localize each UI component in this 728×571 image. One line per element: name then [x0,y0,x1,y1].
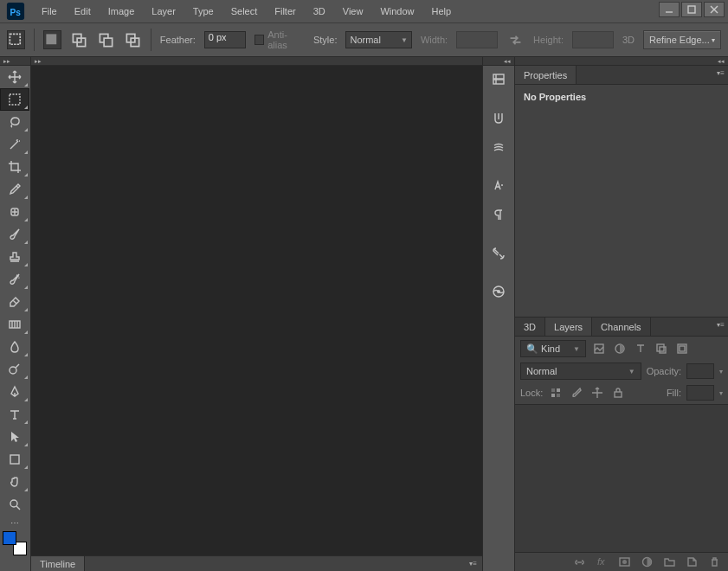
edit-toolbar-button[interactable]: ⋯ [0,516,29,529]
lock-paint-icon[interactable] [569,385,584,401]
menu-file[interactable]: File [33,3,66,20]
collapse-icon[interactable]: ▸▸ [35,58,42,65]
layer-mask-icon[interactable] [617,555,631,569]
lock-all-icon[interactable] [610,385,626,401]
character-panel-icon[interactable] [483,171,514,201]
new-selection-icon[interactable] [43,30,61,49]
filter-kind-select[interactable]: 🔍 Kind▼ [520,340,586,357]
menu-select[interactable]: Select [222,3,267,20]
lasso-tool[interactable] [0,111,29,133]
path-select-tool[interactable] [0,426,29,448]
color-swatches[interactable] [3,531,29,555]
filter-smart-icon[interactable] [674,341,690,356]
timeline-tab[interactable]: Timeline [31,556,85,572]
add-selection-icon[interactable] [70,30,88,49]
style-select[interactable]: Normal▼ [345,31,411,48]
brush-tool[interactable] [0,223,29,246]
options-bar: Feather: 0 px Anti-alias Style: Normal▼ … [0,22,728,57]
history-brush-tool[interactable] [0,268,29,291]
history-panel-icon[interactable] [483,66,514,95]
paragraph-panel-icon[interactable] [483,201,514,230]
eyedropper-tool[interactable] [0,178,29,201]
menu-view[interactable]: View [334,3,372,20]
intersect-selection-icon[interactable] [124,30,142,49]
threed-label[interactable]: 3D [622,35,635,45]
refine-edge-button[interactable]: Refine Edge...▾ [643,30,721,49]
svg-rect-37 [680,346,685,351]
dodge-tool[interactable] [0,358,29,381]
svg-rect-42 [615,392,622,397]
timeline-menu-icon[interactable]: ▾≡ [469,560,477,568]
hand-tool[interactable] [0,471,29,493]
collapse-icon[interactable]: ◂◂ [718,58,725,65]
zoom-tool[interactable] [0,493,29,516]
tab-3d[interactable]: 3D [515,318,545,336]
subtract-selection-icon[interactable] [97,30,115,49]
properties-panel: Properties ▾≡ No Properties [515,66,728,317]
menu-help[interactable]: Help [423,3,461,20]
tools-panel-icon[interactable] [483,239,514,268]
svg-rect-14 [10,94,20,105]
svg-rect-39 [557,388,560,392]
menu-filter[interactable]: Filter [266,3,304,20]
expand-icon[interactable]: ▸▸ [3,58,10,65]
layer-list[interactable] [515,405,728,552]
eraser-tool[interactable] [0,291,29,313]
pen-tool[interactable] [0,381,29,403]
lock-pixels-icon[interactable] [548,385,564,401]
menu-image[interactable]: Image [100,3,144,20]
menu-edit[interactable]: Edit [66,3,100,20]
adjustment-layer-icon[interactable] [640,555,654,569]
tab-channels[interactable]: Channels [592,318,650,336]
menu-layer[interactable]: Layer [143,3,184,20]
group-icon[interactable] [662,555,676,569]
link-layers-icon[interactable] [572,555,586,569]
panel-menu-icon[interactable]: ▾≡ [717,321,725,329]
type-tool[interactable] [0,403,29,426]
svg-rect-24 [10,455,19,464]
filter-pixel-icon[interactable] [591,341,607,356]
svg-text:Ps: Ps [10,8,22,17]
svg-rect-6 [10,34,20,44]
wand-tool[interactable] [0,133,29,156]
filter-shape-icon[interactable] [654,341,669,356]
maximize-button[interactable] [681,2,702,17]
opacity-label: Opacity: [647,366,681,376]
move-tool[interactable] [0,66,29,88]
stamp-tool[interactable] [0,246,29,268]
filter-adjust-icon[interactable] [612,341,628,356]
heal-tool[interactable] [0,201,29,223]
new-layer-icon[interactable] [685,555,699,569]
libraries-panel-icon[interactable] [483,277,514,306]
blur-tool[interactable] [0,336,29,358]
fg-color-swatch[interactable] [3,531,16,545]
gradient-tool[interactable] [0,313,29,336]
marquee-tool[interactable] [0,88,29,111]
filter-type-icon[interactable] [633,341,648,356]
menu-3d[interactable]: 3D [305,3,334,20]
svg-rect-28 [493,80,504,84]
crop-tool[interactable] [0,156,29,178]
close-button[interactable] [704,2,725,17]
brush-presets-icon[interactable] [483,133,514,163]
panel-menu-icon[interactable]: ▾≡ [717,69,725,77]
shape-tool[interactable] [0,448,29,471]
lock-position-icon[interactable] [589,385,605,401]
layer-fx-icon[interactable]: fx [595,555,609,569]
tool-preset-icon[interactable] [7,30,25,49]
canvas[interactable] [31,66,482,555]
properties-tab[interactable]: Properties [515,66,577,84]
tab-layers[interactable]: Layers [545,318,592,336]
minimize-button[interactable] [659,2,680,17]
delete-layer-icon[interactable] [707,555,721,569]
opacity-input[interactable] [686,363,714,379]
layers-panel: 3DLayersChannels▾≡ 🔍 Kind▼ Normal▼ Opaci… [515,317,728,571]
feather-input[interactable]: 0 px [204,31,246,48]
collapse-icon[interactable]: ◂◂ [504,58,511,65]
brush-panel-icon[interactable] [483,104,514,133]
antialias-checkbox[interactable]: Anti-alias [254,29,305,50]
blend-mode-select[interactable]: Normal▼ [520,362,641,380]
fill-input[interactable] [686,385,714,401]
menu-type[interactable]: Type [184,3,222,20]
menu-window[interactable]: Window [371,3,422,20]
